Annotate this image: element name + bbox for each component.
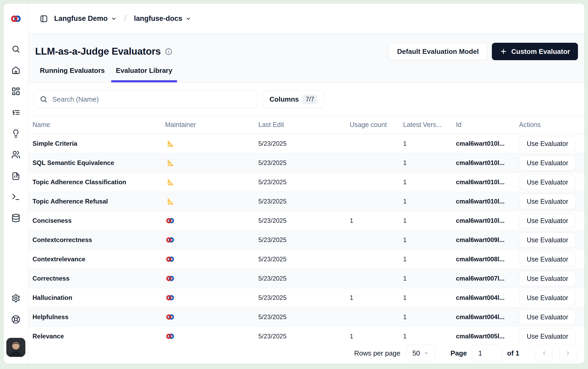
langfuse-maintainer-icon	[165, 331, 175, 341]
table-row[interactable]: Hallucination 5/23/2025 1 1 cmal6wart004…	[28, 288, 584, 308]
actions-cell: Use Evaluator	[515, 213, 584, 228]
usage-count-cell: 1	[346, 217, 399, 224]
column-header-name[interactable]: Name	[28, 121, 161, 129]
table-row[interactable]: Simple Criteria 5/23/2025 1 cmal6wart010…	[28, 134, 584, 153]
maintainer-cell	[161, 177, 254, 187]
latest-version-cell: 1	[399, 275, 452, 282]
column-header-last-edit[interactable]: Last Edit	[254, 121, 346, 129]
info-icon[interactable]	[165, 48, 172, 55]
id-cell: cmal6wart010l...	[452, 198, 515, 205]
langfuse-logo[interactable]	[4, 4, 28, 34]
use-evaluator-button[interactable]: Use Evaluator	[519, 232, 576, 248]
last-edit-cell: 5/23/2025	[254, 178, 346, 186]
id-cell: cmal6wart009l...	[452, 236, 515, 244]
database-icon[interactable]	[11, 213, 21, 223]
table-row[interactable]: Topic Adherence Refusal 5/23/2025 1 cmal…	[28, 192, 584, 211]
id-cell: cmal6wart010l...	[452, 140, 515, 147]
prompts-lightbulb-icon[interactable]	[11, 129, 21, 138]
evaluator-name: Simple Criteria	[28, 140, 161, 147]
table-row[interactable]: Topic Adherence Classification 5/23/2025…	[28, 173, 584, 192]
use-evaluator-button[interactable]: Use Evaluator	[519, 174, 576, 190]
table-row[interactable]: Contextrelevance 5/23/2025 1 cmal6wart00…	[28, 250, 584, 269]
search-icon[interactable]	[11, 44, 21, 54]
column-header-latest-version[interactable]: Latest Vers...	[399, 121, 452, 129]
tracing-tree-icon[interactable]	[11, 108, 21, 117]
table-row[interactable]: Relevance 5/23/2025 1 1 cmal6wart005l...…	[28, 327, 584, 343]
maintainer-cell	[161, 139, 254, 149]
langfuse-maintainer-icon	[165, 273, 175, 283]
search-box[interactable]	[34, 91, 258, 108]
maintainer-cell	[161, 254, 254, 264]
table-row[interactable]: SQL Semantic Equivalence 5/23/2025 1 cma…	[28, 153, 584, 173]
use-evaluator-button[interactable]: Use Evaluator	[519, 329, 576, 343]
last-edit-cell: 5/23/2025	[254, 198, 346, 205]
last-edit-cell: 5/23/2025	[254, 236, 346, 244]
actions-cell: Use Evaluator	[515, 329, 584, 343]
maintainer-cell	[161, 216, 254, 226]
latest-version-cell: 1	[399, 313, 452, 321]
terminal-icon[interactable]	[11, 192, 21, 202]
evaluator-name: Relevance	[28, 333, 161, 340]
previous-page-button[interactable]	[536, 345, 553, 362]
chevron-down-icon	[424, 351, 429, 356]
project-switcher[interactable]: langfuse-docs	[134, 15, 191, 23]
page-number-input[interactable]	[472, 345, 502, 362]
default-evaluation-model-button[interactable]: Default Evaluation Model	[389, 43, 487, 60]
table-row[interactable]: Correctness 5/23/2025 1 cmal6wart007l...…	[28, 269, 584, 288]
use-evaluator-button[interactable]: Use Evaluator	[519, 252, 576, 267]
tab-running-evaluators[interactable]: Running Evaluators	[35, 67, 110, 82]
actions-cell: Use Evaluator	[515, 252, 584, 267]
column-header-actions: Actions	[515, 121, 584, 129]
support-lifebuoy-icon[interactable]	[11, 315, 21, 324]
user-avatar[interactable]	[6, 338, 25, 357]
langfuse-maintainer-icon	[165, 216, 175, 226]
datasets-file-code-icon[interactable]	[11, 171, 21, 181]
ragas-maintainer-icon	[165, 139, 175, 149]
actions-cell: Use Evaluator	[515, 232, 584, 248]
search-input[interactable]	[52, 95, 251, 103]
next-page-button[interactable]	[559, 345, 576, 362]
rows-per-page-select[interactable]: 50	[406, 345, 435, 362]
use-evaluator-button[interactable]: Use Evaluator	[519, 309, 576, 325]
evaluator-name: Contextrelevance	[28, 256, 161, 263]
column-header-id[interactable]: Id	[452, 121, 515, 129]
use-evaluator-button[interactable]: Use Evaluator	[519, 213, 576, 228]
use-evaluator-button[interactable]: Use Evaluator	[519, 194, 576, 209]
use-evaluator-button[interactable]: Use Evaluator	[519, 136, 576, 151]
column-header-usage-count[interactable]: Usage count	[346, 121, 399, 129]
table-row[interactable]: Conciseness 5/23/2025 1 1 cmal6wart010l.…	[28, 211, 584, 230]
langfuse-maintainer-icon	[165, 312, 175, 322]
columns-button[interactable]: Columns 7/7	[263, 91, 324, 108]
last-edit-cell: 5/23/2025	[254, 140, 346, 147]
home-icon[interactable]	[11, 65, 21, 75]
table-row[interactable]: Contextcorrectness 5/23/2025 1 cmal6wart…	[28, 230, 584, 250]
id-cell: cmal6wart004l...	[452, 294, 515, 301]
table-body: Simple Criteria 5/23/2025 1 cmal6wart010…	[28, 134, 584, 343]
sidebar-toggle-icon[interactable]	[39, 14, 48, 23]
usage-count-cell: 1	[346, 294, 399, 301]
use-evaluator-button[interactable]: Use Evaluator	[519, 271, 576, 286]
dashboard-icon[interactable]	[11, 87, 21, 96]
users-icon[interactable]	[11, 150, 21, 159]
id-cell: cmal6wart007l...	[452, 275, 515, 282]
maintainer-cell	[161, 273, 254, 283]
sidebar	[4, 4, 28, 364]
table-row[interactable]: Helpfulness 5/23/2025 1 cmal6wart004l...…	[28, 308, 584, 327]
column-header-maintainer[interactable]: Maintainer	[161, 121, 254, 129]
chevron-right-icon	[565, 350, 571, 356]
id-cell: cmal6wart005l...	[452, 333, 515, 340]
page-title: LLM-as-a-Judge Evaluators	[35, 46, 161, 57]
id-cell: cmal6wart004l...	[452, 313, 515, 321]
columns-count-badge: 7/7	[302, 94, 317, 104]
last-edit-cell: 5/23/2025	[254, 159, 346, 167]
latest-version-cell: 1	[399, 217, 452, 224]
custom-evaluator-button[interactable]: Custom Evaluator	[492, 43, 578, 60]
use-evaluator-button[interactable]: Use Evaluator	[519, 155, 576, 171]
evaluator-name: Helpfulness	[28, 313, 161, 321]
settings-gear-icon[interactable]	[11, 294, 21, 303]
use-evaluator-button[interactable]: Use Evaluator	[519, 290, 576, 305]
maintainer-cell	[161, 331, 254, 341]
tab-evaluator-library[interactable]: Evaluator Library	[111, 67, 177, 82]
org-switcher[interactable]: Langfuse Demo	[54, 15, 117, 23]
evaluator-name: Topic Adherence Classification	[28, 178, 161, 186]
